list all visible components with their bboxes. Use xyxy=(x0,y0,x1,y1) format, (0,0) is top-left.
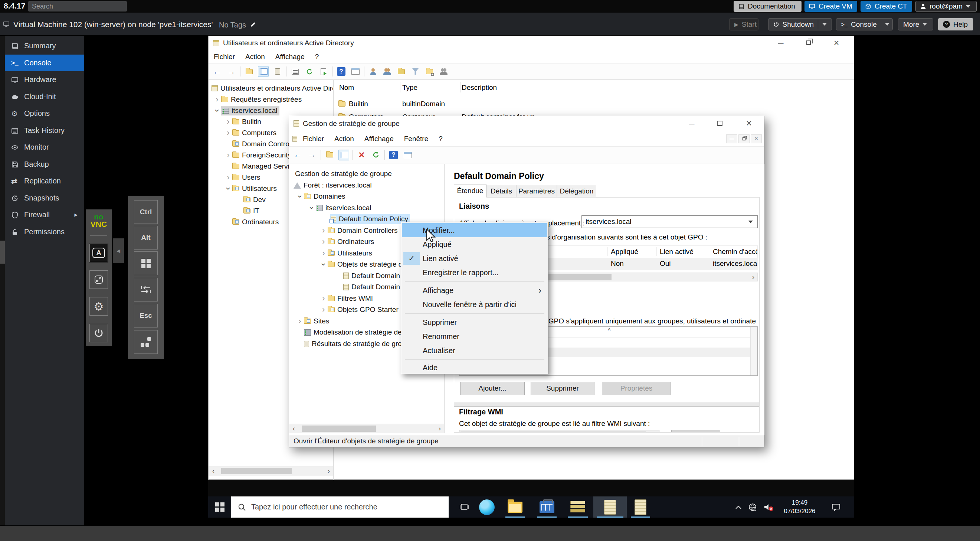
expander-icon[interactable]: › xyxy=(320,260,328,268)
aduc-titlebar[interactable]: Utilisateurs et ordinateurs Active Direc… xyxy=(208,36,854,50)
location-combobox[interactable]: itservices.local xyxy=(581,215,758,228)
up-level-icon[interactable] xyxy=(324,150,335,160)
minimize-button[interactable]: — xyxy=(679,116,705,130)
expander-icon[interactable]: › xyxy=(224,185,232,193)
minimize-button[interactable]: — xyxy=(770,36,792,49)
log-panel-header[interactable] xyxy=(0,525,980,541)
fullscreen-button[interactable] xyxy=(89,270,108,289)
new-window-icon[interactable] xyxy=(350,66,361,77)
tab-delegation[interactable]: Délégation xyxy=(557,185,596,197)
tree-item-saved-queries[interactable]: ›Requêtes enregistrées xyxy=(213,94,302,105)
export-list-icon[interactable] xyxy=(318,66,329,77)
find-icon[interactable] xyxy=(424,66,435,77)
gpo-editor-taskbar-icon[interactable] xyxy=(627,496,654,518)
help-icon[interactable]: ? xyxy=(388,150,399,160)
child-minimize-button[interactable]: — xyxy=(726,134,737,143)
console-button[interactable]: >_ Console xyxy=(836,18,893,30)
back-icon[interactable]: ← xyxy=(293,150,303,160)
maximize-button[interactable] xyxy=(706,116,732,130)
expander-icon[interactable]: › xyxy=(320,238,328,246)
expander-icon[interactable]: › xyxy=(320,249,328,257)
tree-item-results[interactable]: Résultats de stratégie de groupe xyxy=(296,338,414,349)
create-vm-button[interactable]: Create VM xyxy=(805,1,857,12)
menu-item-nouvelle-fenetre[interactable]: Nouvelle fenêtre à partir d'ici xyxy=(402,297,547,311)
expander-icon[interactable]: › xyxy=(224,118,232,126)
tray-network-button[interactable] xyxy=(746,496,760,518)
documentation-button[interactable]: Documentation xyxy=(733,1,802,12)
menu-item-aide[interactable]: Aide xyxy=(402,361,547,375)
expander-icon[interactable]: › xyxy=(224,151,232,159)
ajouter-button[interactable]: Ajouter... xyxy=(460,382,525,395)
col-lien-active[interactable]: Lien activé xyxy=(660,248,694,256)
refresh-icon[interactable] xyxy=(304,66,315,77)
aduc-taskbar-icon[interactable] xyxy=(565,496,591,518)
wmi-combobox[interactable] xyxy=(459,430,659,432)
settings-button[interactable]: ⚙ xyxy=(89,297,108,316)
action-center-button[interactable] xyxy=(826,496,846,518)
menu-affichage[interactable]: Affichage xyxy=(270,53,310,61)
menu-item-actualiser[interactable]: Actualiser xyxy=(402,343,547,357)
filter-icon[interactable] xyxy=(410,66,421,77)
menu-fenetre[interactable]: Fenêtre xyxy=(399,135,433,143)
close-button[interactable]: × xyxy=(735,116,763,130)
tray-clock[interactable]: 19:49 07/03/2026 xyxy=(778,496,822,518)
tree-item-root[interactable]: Utilisateurs et ordinateurs Active Direc… xyxy=(212,83,334,94)
sidebar-item-summary[interactable]: Summary xyxy=(5,38,84,54)
create-ct-button[interactable]: Create CT xyxy=(861,1,912,12)
new-window-icon[interactable] xyxy=(402,150,413,160)
forward-icon[interactable]: → xyxy=(307,150,317,160)
col-applique[interactable]: Appliqué xyxy=(611,248,638,256)
console-tree-icon[interactable] xyxy=(258,66,269,77)
sidebar-item-task-history[interactable]: Task History xyxy=(5,122,84,139)
sidebar-item-replication[interactable]: ⇄ Replication xyxy=(5,173,84,189)
properties-icon[interactable] xyxy=(290,66,301,77)
list-row[interactable]: Builtin builtinDomain xyxy=(334,98,853,110)
sidebar-item-hardware[interactable]: Hardware xyxy=(5,71,84,88)
vertical-scrollbar[interactable] xyxy=(750,327,757,375)
keyboard-button[interactable]: A xyxy=(89,244,108,262)
menu-aide[interactable]: ? xyxy=(433,135,448,143)
novnc-handle[interactable]: ◀ xyxy=(113,238,124,263)
tab-etendue[interactable]: Étendue xyxy=(454,184,487,198)
sidebar-item-permissions[interactable]: Permissions xyxy=(5,223,84,240)
esc-key-button[interactable]: Esc xyxy=(134,304,158,327)
power-button[interactable] xyxy=(89,324,108,342)
sidebar-item-backup[interactable]: Backup xyxy=(5,156,84,173)
splitter-handle[interactable] xyxy=(0,241,5,263)
menu-item-supprimer[interactable]: Supprimer xyxy=(402,315,547,329)
restore-button[interactable] xyxy=(797,36,820,49)
menu-item-applique[interactable]: Appliqué xyxy=(402,237,547,251)
tab-details[interactable]: Détails xyxy=(487,185,516,197)
windows-key-button[interactable] xyxy=(134,251,158,275)
horizontal-scrollbar[interactable]: ‹ › xyxy=(208,466,334,476)
tab-key-button[interactable] xyxy=(134,278,158,302)
tray-expand-button[interactable] xyxy=(732,496,745,518)
console-tree-icon[interactable] xyxy=(339,150,349,160)
column-header-description[interactable]: Description xyxy=(461,83,497,92)
tree-item-starter-gpos[interactable]: ›Objets GPO Starter xyxy=(320,304,399,315)
tree-item-domain-controllers[interactable]: ›Domain Controllers xyxy=(320,225,398,236)
tree-item-ordinateurs[interactable]: Ordinateurs xyxy=(224,217,279,228)
sidebar-item-options[interactable]: ⚙ Options xyxy=(5,105,84,122)
expander-icon[interactable]: › xyxy=(213,107,221,115)
server-manager-taskbar-icon[interactable] xyxy=(534,496,560,518)
expander-icon[interactable]: › xyxy=(320,227,328,235)
column-header-nom[interactable]: Nom xyxy=(339,83,354,92)
child-close-button[interactable]: × xyxy=(751,134,762,143)
col-chemin[interactable]: Chemin d'accès xyxy=(713,248,757,256)
start-button[interactable]: ▶ Start xyxy=(729,18,759,30)
sidebar-item-monitor[interactable]: Monitor xyxy=(5,139,84,156)
menu-item-lien-active[interactable]: ✓ Lien activé xyxy=(402,251,547,265)
tree-item-builtin[interactable]: ›Builtin xyxy=(224,116,261,128)
up-level-icon[interactable] xyxy=(244,66,255,77)
new-user-icon[interactable] xyxy=(368,66,379,77)
gpmc-taskbar-icon[interactable] xyxy=(593,496,627,518)
tree-item-wmi-filters[interactable]: ›Filtres WMI xyxy=(320,293,373,304)
search-input[interactable] xyxy=(28,1,127,11)
supprimer-button[interactable]: Supprimer xyxy=(531,382,595,395)
expander-icon[interactable]: › xyxy=(320,306,328,314)
back-icon[interactable]: ← xyxy=(212,66,223,77)
expander-icon[interactable]: › xyxy=(308,204,316,212)
tree-item-forest[interactable]: Forêt : itservices.local xyxy=(294,180,372,191)
section-splitter[interactable] xyxy=(454,402,760,407)
